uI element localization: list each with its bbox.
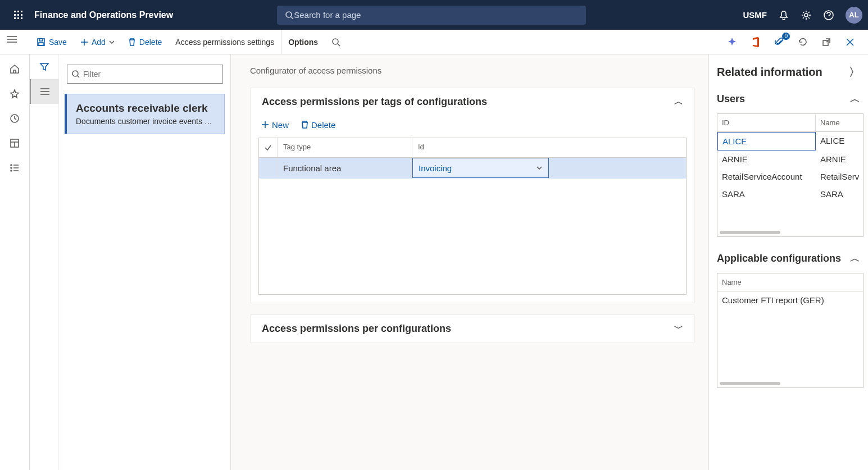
clock-icon bbox=[10, 113, 20, 124]
users-grid-header: ID Name bbox=[717, 114, 863, 132]
svg-line-22 bbox=[338, 44, 340, 46]
list-mode-column bbox=[30, 54, 59, 470]
plus-icon bbox=[80, 38, 88, 46]
cell-tag-type[interactable]: Functional area bbox=[278, 158, 412, 178]
col-tag-type[interactable]: Tag type bbox=[278, 138, 412, 157]
nav-modules[interactable] bbox=[0, 157, 30, 179]
grid-actions: New Delete bbox=[251, 116, 694, 138]
nav-toggle-button[interactable] bbox=[7, 35, 17, 45]
panel-configs: Access permissions per configurations ﹀ bbox=[250, 314, 695, 343]
chevron-up-icon: ︿ bbox=[850, 92, 860, 106]
col-config-name[interactable]: Name bbox=[717, 273, 863, 291]
help-button[interactable] bbox=[823, 10, 834, 21]
notifications-button[interactable] bbox=[778, 10, 789, 21]
svg-rect-17 bbox=[39, 39, 43, 41]
help-icon bbox=[824, 10, 834, 20]
copilot-button[interactable] bbox=[724, 34, 740, 50]
global-search-input[interactable] bbox=[294, 10, 578, 20]
lines-icon bbox=[40, 88, 50, 95]
grid-delete-button[interactable]: Delete bbox=[298, 118, 339, 132]
nav-favorites[interactable] bbox=[0, 83, 30, 105]
trash-icon bbox=[128, 38, 136, 47]
panel-tags-title: Access permissions per tags of configura… bbox=[262, 96, 487, 108]
users-section-header[interactable]: Users ︿ bbox=[717, 92, 864, 106]
svg-line-40 bbox=[78, 76, 79, 77]
svg-rect-4 bbox=[17, 14, 19, 16]
list-list-toggle[interactable] bbox=[30, 79, 59, 104]
col-user-name[interactable]: Name bbox=[816, 114, 863, 131]
row-selector[interactable] bbox=[259, 158, 278, 177]
app-launcher-button[interactable] bbox=[6, 11, 31, 20]
header-right: USMF AL bbox=[743, 7, 863, 24]
col-id[interactable]: Id bbox=[412, 138, 549, 157]
nav-recent[interactable] bbox=[0, 107, 30, 130]
save-button[interactable]: Save bbox=[30, 30, 74, 54]
svg-rect-8 bbox=[21, 17, 22, 19]
settings-button[interactable] bbox=[801, 10, 812, 21]
list-filter[interactable] bbox=[67, 65, 223, 84]
delete-button[interactable]: Delete bbox=[121, 30, 169, 54]
list-filter-toggle[interactable] bbox=[30, 54, 59, 79]
user-row[interactable]: SARA SARA bbox=[717, 185, 863, 203]
user-name-cell: SARA bbox=[816, 185, 863, 203]
options-button[interactable]: Options bbox=[281, 30, 325, 54]
add-button[interactable]: Add bbox=[74, 30, 121, 54]
user-avatar[interactable]: AL bbox=[846, 7, 862, 24]
save-icon bbox=[37, 38, 46, 47]
close-button[interactable] bbox=[842, 34, 858, 50]
grid-row[interactable]: Functional area Invoicing bbox=[259, 158, 686, 179]
svg-rect-5 bbox=[21, 14, 22, 16]
user-row[interactable]: RetailServiceAccount RetailServ bbox=[717, 168, 863, 185]
access-settings-button[interactable]: Access permissions settings bbox=[169, 30, 281, 54]
refresh-button[interactable] bbox=[795, 34, 811, 50]
open-new-button[interactable] bbox=[819, 34, 834, 50]
panel-tags-body: New Delete Tag type Id Functi bbox=[251, 116, 694, 303]
role-card[interactable]: Accounts receivable clerk Documents cust… bbox=[65, 94, 225, 134]
app-title: Finance and Operations Preview bbox=[34, 10, 173, 20]
list-filter-input[interactable] bbox=[83, 70, 218, 79]
attachments-button[interactable]: 0 bbox=[771, 34, 787, 50]
panel-configs-header[interactable]: Access permissions per configurations ﹀ bbox=[251, 315, 694, 343]
configs-grid-header: Name bbox=[717, 273, 863, 291]
panel-configs-title: Access permissions per configurations bbox=[262, 323, 451, 335]
svg-point-21 bbox=[333, 39, 338, 44]
svg-rect-1 bbox=[17, 11, 19, 12]
cell-id[interactable]: Invoicing bbox=[412, 158, 549, 178]
related-info-title: Related information bbox=[717, 66, 822, 79]
related-info-pane: Related information 〉 Users ︿ ID Name AL… bbox=[708, 54, 868, 470]
panel-tags-header[interactable]: Access permissions per tags of configura… bbox=[251, 88, 694, 116]
company-label[interactable]: USMF bbox=[743, 10, 767, 20]
nav-home[interactable] bbox=[0, 58, 30, 80]
filter-icon bbox=[39, 62, 49, 72]
action-toolbar: Save Add Delete Access permissions setti… bbox=[0, 30, 868, 54]
related-expand-button[interactable]: 〉 bbox=[849, 65, 860, 80]
config-row[interactable]: Customer FTI report (GER) bbox=[717, 291, 863, 309]
users-scroll-spacer bbox=[717, 203, 863, 236]
grid-select-all[interactable] bbox=[259, 138, 278, 157]
new-button[interactable]: New bbox=[258, 118, 292, 132]
user-row[interactable]: ALICE ALICE bbox=[717, 132, 863, 150]
col-user-id[interactable]: ID bbox=[717, 114, 816, 131]
office-button[interactable] bbox=[748, 34, 764, 50]
chevron-up-icon: ︿ bbox=[674, 96, 683, 108]
user-name-cell: ARNIE bbox=[816, 150, 863, 168]
content-area: Configurator of access permissions Acces… bbox=[231, 54, 708, 470]
hamburger-icon bbox=[7, 35, 17, 43]
nav-workspaces[interactable] bbox=[0, 132, 30, 154]
chevron-down-icon bbox=[109, 39, 115, 45]
global-search[interactable] bbox=[277, 6, 586, 25]
user-id-cell[interactable]: ALICE bbox=[717, 132, 816, 150]
save-label: Save bbox=[49, 38, 67, 47]
user-row[interactable]: ARNIE ARNIE bbox=[717, 150, 863, 168]
configs-section-header[interactable]: Applicable configurations ︿ bbox=[717, 252, 864, 265]
svg-rect-6 bbox=[14, 17, 16, 19]
attachments-badge: 0 bbox=[782, 33, 790, 40]
svg-rect-0 bbox=[14, 11, 16, 12]
access-settings-label: Access permissions settings bbox=[175, 38, 274, 47]
configs-section-title: Applicable configurations bbox=[717, 253, 841, 264]
page-search-button[interactable] bbox=[325, 30, 347, 54]
new-label: New bbox=[272, 120, 289, 130]
svg-rect-2 bbox=[21, 11, 22, 12]
refresh-icon bbox=[798, 37, 808, 47]
chevron-down-icon: ﹀ bbox=[674, 323, 683, 335]
